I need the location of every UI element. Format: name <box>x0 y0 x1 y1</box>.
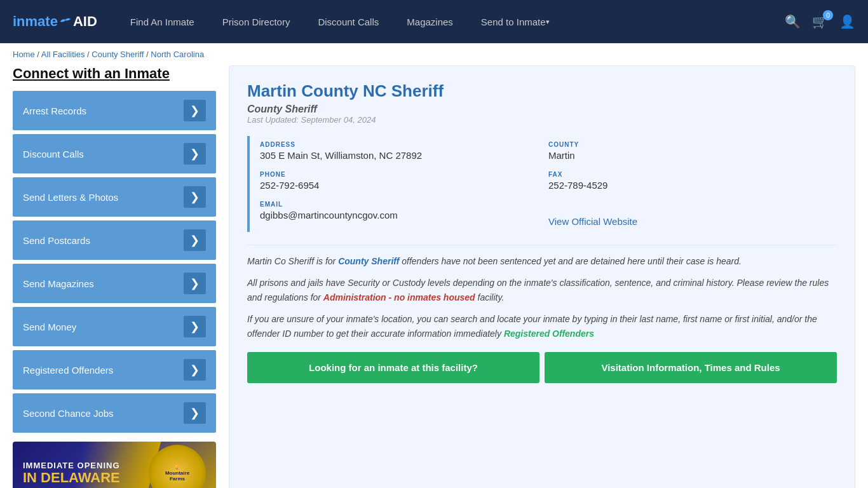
county-value: Martin <box>548 150 837 161</box>
arrow-icon: ❯ <box>184 316 206 337</box>
ad-line2: IN DELAWARE <box>23 470 120 485</box>
para2: All prisons and jails have Security or C… <box>247 276 837 304</box>
sidebar-btn-arrest-records[interactable]: Arrest Records ❯ <box>13 91 216 130</box>
nav-find-inmate[interactable]: Find An Inmate <box>116 0 208 43</box>
fax-cell: FAX 252-789-4529 <box>548 166 837 196</box>
sidebar-title: Connect with an Inmate <box>13 65 216 82</box>
sidebar-btn-send-postcards[interactable]: Send Postcards ❯ <box>13 220 216 260</box>
nav-send-to-inmate[interactable]: Send to Inmate <box>467 0 564 43</box>
phone-value: 252-792-6954 <box>260 180 548 191</box>
breadcrumb: Home / All Facilities / County Sheriff /… <box>0 43 868 65</box>
main-nav: Find An Inmate Prison Directory Discount… <box>116 0 785 43</box>
sidebar-btn-discount-calls[interactable]: Discount Calls ❯ <box>13 134 216 173</box>
arrow-icon: ❯ <box>184 143 206 165</box>
cart-icon[interactable]: 🛒 0 <box>812 14 828 29</box>
phone-cell: PHONE 252-792-6954 <box>260 166 548 196</box>
facility-type: County Sheriff <box>247 104 837 115</box>
address-value: 305 E Main St, Williamston, NC 27892 <box>260 150 548 161</box>
sidebar-btn-registered-offenders[interactable]: Registered Offenders ❯ <box>13 350 216 390</box>
nav-prison-directory[interactable]: Prison Directory <box>208 0 304 43</box>
fax-value: 252-789-4529 <box>548 180 837 191</box>
sidebar-btn-send-letters[interactable]: Send Letters & Photos ❯ <box>13 177 216 217</box>
bottom-buttons: Looking for an inmate at this facility? … <box>247 352 837 383</box>
breadcrumb-home[interactable]: Home <box>13 50 35 59</box>
site-header: inmate AID Find An Inmate Prison Directo… <box>0 0 868 43</box>
nav-magazines[interactable]: Magazines <box>393 0 467 43</box>
main-container: Connect with an Inmate Arrest Records ❯ … <box>0 65 868 488</box>
view-website-link[interactable]: View Official Website <box>548 216 637 227</box>
website-cell: View Official Website <box>548 196 837 232</box>
looking-for-inmate-btn[interactable]: Looking for an inmate at this facility? <box>247 352 539 383</box>
facility-updated: Last Updated: September 04, 2024 <box>247 115 837 125</box>
info-grid: ADDRESS 305 E Main St, Williamston, NC 2… <box>247 136 837 232</box>
address-label: ADDRESS <box>260 141 548 148</box>
email-cell: EMAIL dgibbs@martincountyncgov.com <box>260 196 548 232</box>
divider <box>247 245 837 245</box>
sidebar-btn-send-money[interactable]: Send Money ❯ <box>13 307 216 346</box>
ad-banner[interactable]: IMMEDIATE OPENING IN DELAWARE 🏆 Mountair… <box>13 442 216 488</box>
ad-line1: IMMEDIATE OPENING <box>23 461 120 470</box>
nav-discount-calls[interactable]: Discount Calls <box>304 0 393 43</box>
facility-content: Martin County NC Sheriff County Sheriff … <box>229 65 855 488</box>
address-cell: ADDRESS 305 E Main St, Williamston, NC 2… <box>260 136 548 166</box>
para3: If you are unsure of your inmate's locat… <box>247 312 837 341</box>
sidebar-btn-send-magazines[interactable]: Send Magazines ❯ <box>13 264 216 303</box>
arrow-icon: ❯ <box>184 229 206 251</box>
search-icon[interactable]: 🔍 <box>785 14 801 29</box>
sidebar-btn-second-chance-jobs[interactable]: Second Chance Jobs ❯ <box>13 393 216 433</box>
arrow-icon: ❯ <box>184 186 206 208</box>
arrow-icon: ❯ <box>184 359 206 381</box>
email-value: dgibbs@martincountyncgov.com <box>260 210 548 220</box>
visitation-info-btn[interactable]: Visitation Information, Times and Rules <box>545 352 837 383</box>
email-label: EMAIL <box>260 201 548 208</box>
sidebar: Connect with an Inmate Arrest Records ❯ … <box>13 65 216 488</box>
arrow-icon: ❯ <box>184 273 206 294</box>
cart-badge: 0 <box>823 10 833 20</box>
fax-label: FAX <box>548 171 837 178</box>
breadcrumb-county-sheriff[interactable]: County Sheriff <box>92 50 144 59</box>
arrow-icon: ❯ <box>184 100 206 121</box>
county-cell: COUNTY Martin <box>548 136 837 166</box>
arrow-icon: ❯ <box>184 402 206 424</box>
user-icon[interactable]: 👤 <box>839 14 855 29</box>
breadcrumb-all-facilities[interactable]: All Facilities <box>41 50 85 59</box>
para1: Martin Co Sheriff is for County Sheriff … <box>247 254 837 268</box>
breadcrumb-north-carolina[interactable]: North Carolina <box>151 50 204 59</box>
facility-title: Martin County NC Sheriff <box>247 81 837 101</box>
county-label: COUNTY <box>548 141 837 148</box>
header-icons: 🔍 🛒 0 👤 <box>785 14 855 29</box>
logo[interactable]: inmate AID <box>13 13 97 30</box>
phone-label: PHONE <box>260 171 548 178</box>
